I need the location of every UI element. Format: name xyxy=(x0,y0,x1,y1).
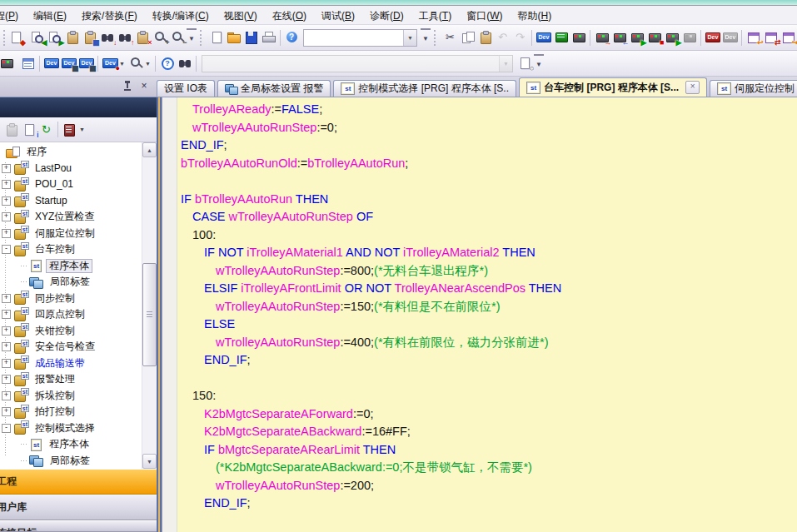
device-find-button[interactable] xyxy=(535,28,552,47)
write-to-plc-button[interactable]: → xyxy=(593,28,610,47)
nav-refresh-button[interactable]: ↻ xyxy=(37,121,55,139)
tree-item[interactable]: 程序本体 xyxy=(0,436,142,453)
monitor-watch-button[interactable]: ▶ xyxy=(663,28,680,47)
copy-button[interactable] xyxy=(459,28,476,47)
chevron-down-icon[interactable]: ▼ xyxy=(499,56,512,72)
tab-3[interactable]: st控制模式选择 [PRG] 程序本体 [S.. xyxy=(333,80,516,97)
tree-item-label[interactable]: 回原点控制 xyxy=(32,307,88,321)
tree-item-label[interactable]: 拆垛控制 xyxy=(32,389,78,403)
tree-item-label[interactable]: 安全信号检查 xyxy=(32,340,98,354)
tree-item[interactable]: 程序 xyxy=(0,144,142,161)
window-previous-button[interactable]: ↩ xyxy=(745,28,762,47)
tree-item-label[interactable]: 成品输送带 xyxy=(32,356,88,370)
tree-item-label[interactable]: Startup xyxy=(32,194,71,208)
scrollbar-track[interactable] xyxy=(142,157,157,454)
tab-5[interactable]: st伺服定位控制 [PR xyxy=(710,80,797,97)
device-reference-search-button[interactable]: ▼ xyxy=(127,54,152,72)
tree-item-label[interactable]: 夹钳控制 xyxy=(32,324,78,338)
tree-item[interactable]: +XYZ位置检查 xyxy=(0,209,142,226)
tree-item-label[interactable]: 拍打控制 xyxy=(32,405,78,419)
find-downward-button[interactable]: ↓ xyxy=(98,28,116,47)
tree-item-label[interactable]: 局部标签 xyxy=(47,275,93,289)
device-comment-button[interactable] xyxy=(42,54,60,72)
window-next-button[interactable]: ↪ xyxy=(780,28,797,47)
nav-data-info-button[interactable]: i xyxy=(20,121,37,139)
tree-item[interactable]: +同步控制 xyxy=(0,291,142,307)
tree-item[interactable]: 局部标签 xyxy=(0,274,142,291)
tree-item[interactable]: +回原点控制 xyxy=(0,306,142,323)
help-button[interactable] xyxy=(283,28,301,47)
tree-item[interactable]: 程序本体 xyxy=(0,258,142,275)
menu-item-P[interactable]: 工程(P) xyxy=(0,6,26,24)
menu-item-H[interactable]: 帮助(H) xyxy=(510,6,559,24)
paste-grid-button[interactable]: ▦ xyxy=(81,28,98,47)
tree-item-label[interactable]: 报警处理 xyxy=(32,372,78,386)
tree-item[interactable]: 局部标签 xyxy=(0,453,142,470)
expand-icon[interactable]: + xyxy=(2,164,11,173)
device-memory-detail-button[interactable]: ▦ xyxy=(77,54,95,72)
menu-item-T[interactable]: 工具(T) xyxy=(411,6,459,24)
tree-item[interactable]: +拆垛控制 xyxy=(0,388,142,405)
tree-item[interactable]: +夹钳控制 xyxy=(0,323,142,340)
toolbar-grip[interactable] xyxy=(434,30,440,46)
menu-item-E[interactable]: 编辑(E) xyxy=(26,6,74,24)
autohide-pin-icon[interactable] xyxy=(122,81,133,92)
selector-bar-item[interactable]: 用户库 xyxy=(0,495,157,520)
device-memory-button[interactable]: ▦ xyxy=(60,54,77,72)
paste-button[interactable] xyxy=(476,28,494,47)
tree-item[interactable]: +POU_01 xyxy=(0,177,142,193)
menu-item-B[interactable]: 调试(B) xyxy=(314,6,362,24)
expand-icon[interactable]: + xyxy=(2,407,11,416)
tree-item-label[interactable]: 局部标签 xyxy=(47,454,93,468)
scroll-down-icon[interactable]: ▼ xyxy=(142,454,157,469)
tree-item[interactable]: +拍打控制 xyxy=(0,404,142,420)
module-offline-button[interactable] xyxy=(680,28,698,47)
tree-item-label[interactable]: 台车控制 xyxy=(32,242,78,256)
expand-icon[interactable]: + xyxy=(2,294,11,303)
expand-icon[interactable]: + xyxy=(2,326,11,336)
device-input-combobox[interactable]: ▼ xyxy=(202,55,513,72)
monitor-start-button[interactable]: ▶ xyxy=(628,28,645,47)
menu-item-V[interactable]: 视图(V) xyxy=(217,6,265,24)
screen-find-button[interactable] xyxy=(552,28,570,47)
expand-icon[interactable]: + xyxy=(2,342,11,351)
expand-icon[interactable]: + xyxy=(2,180,11,189)
menu-item-O[interactable]: 在线(O) xyxy=(265,6,314,24)
redo-button[interactable]: ↷ xyxy=(511,28,529,47)
tree-item-label[interactable]: 程序本体 xyxy=(46,259,92,273)
scrollbar-thumb[interactable] xyxy=(142,263,157,366)
menu-item-F[interactable]: 搜索/替换(F) xyxy=(74,6,145,24)
save-project-button[interactable] xyxy=(242,28,260,47)
tree-item[interactable]: +安全信号检查 xyxy=(0,339,142,355)
tree-item[interactable]: +报警处理 xyxy=(0,371,142,388)
tree-item-label[interactable]: XYZ位置检查 xyxy=(32,210,97,224)
find-binoculars-button[interactable] xyxy=(176,54,193,72)
selector-bar-item[interactable]: 连接目标 xyxy=(0,520,157,532)
search-history-combobox[interactable]: ▼ xyxy=(303,29,417,47)
module-config-button[interactable] xyxy=(2,54,19,72)
expand-icon[interactable]: + xyxy=(2,229,11,238)
toolbar-overflow-icon[interactable]: ▼ xyxy=(187,28,197,47)
expand-icon[interactable]: + xyxy=(2,196,11,206)
find-next-button[interactable]: ▶ xyxy=(46,28,63,47)
module-find-button[interactable] xyxy=(570,28,587,47)
paste-bookmark-button[interactable] xyxy=(63,28,81,47)
print-button[interactable] xyxy=(260,28,277,47)
open-project-button[interactable] xyxy=(225,28,242,47)
toolbar-overflow-icon[interactable]: ▼ xyxy=(421,28,431,47)
expand-icon[interactable]: + xyxy=(2,212,11,221)
tab-4[interactable]: st台车控制 [PRG] 程序本体 [S...× xyxy=(519,77,707,97)
bookmark-delete-button[interactable]: × xyxy=(133,28,151,47)
menu-item-D[interactable]: 诊断(D) xyxy=(362,6,411,24)
zoom-in-button[interactable]: + xyxy=(151,28,168,47)
nav-display-mode-button[interactable]: ▼ xyxy=(61,121,87,139)
tree-item[interactable]: -台车控制 xyxy=(0,241,142,258)
device-skip-button[interactable] xyxy=(721,28,739,47)
toolbar-overflow-icon[interactable]: ▼ xyxy=(534,54,544,72)
collapse-icon[interactable]: - xyxy=(2,424,11,433)
tree-item-label[interactable]: POU_01 xyxy=(32,177,77,191)
scroll-up-icon[interactable]: ▲ xyxy=(142,142,157,157)
tree-item-label[interactable]: 伺服定位控制 xyxy=(32,226,98,241)
tab-close-icon[interactable]: × xyxy=(685,81,700,94)
help-reference-button[interactable] xyxy=(158,54,176,72)
